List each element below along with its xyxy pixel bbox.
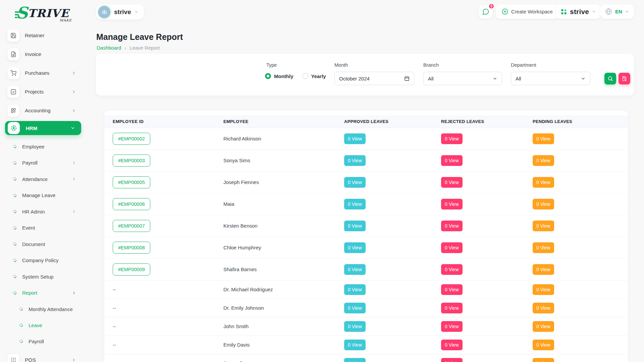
approved-leaves-view-button[interactable]: 0 View (344, 177, 366, 188)
bullet-icon (19, 307, 23, 311)
workspace-switcher[interactable]: strive (96, 4, 144, 19)
sidebar-item-event[interactable]: Event (0, 220, 87, 236)
rejected-leaves-view-button[interactable]: 0 View (441, 242, 463, 253)
sidebar-item-pos[interactable]: POS (0, 351, 87, 362)
column-header-approved-leaves: APPROVED LEAVES (336, 115, 433, 128)
rejected-leaves-view-button[interactable]: 0 View (441, 358, 463, 362)
approved-leaves-view-button[interactable]: 0 View (344, 199, 366, 209)
employee-id-cell[interactable]: #EMP00006 (113, 198, 150, 210)
employee-id-cell[interactable]: #EMP00002 (113, 133, 150, 145)
invoice-icon (7, 48, 19, 60)
approved-leaves-view-button[interactable]: 0 View (344, 155, 366, 166)
approved-leaves-view-button[interactable]: 0 View (344, 303, 366, 313)
sidebar-item-document[interactable]: Document (0, 236, 87, 252)
rejected-leaves-view-button[interactable]: 0 View (441, 303, 463, 313)
sidebar-item-attendance[interactable]: Attendance (0, 171, 87, 187)
sidebar-item-hrm[interactable]: HRM (5, 121, 81, 135)
rejected-leaves-view-button[interactable]: 0 View (441, 264, 463, 275)
sidebar-item-monthly-attendance[interactable]: Monthly Attendance (0, 301, 87, 317)
department-select[interactable]: All (511, 72, 590, 85)
submenu-label: Employee (22, 144, 45, 149)
rejected-leaves-view-button[interactable]: 0 View (441, 340, 463, 350)
sidebar-item-hr-admin[interactable]: HR Admin (0, 203, 87, 220)
approved-leaves-view-button[interactable]: 0 View (344, 358, 366, 362)
pending-leaves-view-button[interactable]: 0 View (533, 303, 554, 313)
rejected-leaves-view-button[interactable]: 0 View (441, 177, 463, 188)
monthly-radio[interactable] (265, 73, 271, 79)
sidebar-item-accounting[interactable]: Accounting (0, 101, 87, 120)
rejected-leaves-view-button[interactable]: 0 View (441, 155, 463, 166)
pending-leaves-view-button[interactable]: 0 View (533, 199, 554, 209)
approved-leaves-view-button[interactable]: 0 View (344, 340, 366, 350)
approved-leaves-view-button[interactable]: 0 View (344, 242, 366, 253)
submenu-label: Attendance (22, 176, 48, 182)
pending-leaves-view-button[interactable]: 0 View (533, 264, 554, 275)
monthly-radio-label[interactable]: Monthly (274, 73, 293, 79)
yearly-radio-label[interactable]: Yearly (311, 73, 326, 79)
pending-leaves-view-button[interactable]: 0 View (533, 242, 554, 253)
sidebar-item-projects[interactable]: Projects (0, 82, 87, 101)
bullet-icon (12, 291, 17, 295)
approved-leaves-view-button[interactable]: 0 View (344, 221, 366, 231)
breadcrumb-dashboard-link[interactable]: Dashboard (97, 45, 121, 51)
employee-id-cell[interactable]: #EMP00005 (113, 176, 150, 188)
sidebar-item-retainer[interactable]: Retainer (0, 26, 87, 45)
reset-filter-button[interactable] (619, 73, 630, 84)
employee-id-cell[interactable]: #EMP00009 (113, 263, 150, 276)
pending-leaves-view-button[interactable]: 0 View (533, 284, 554, 295)
sidebar-item-payroll[interactable]: Payroll (0, 155, 87, 171)
create-workspace-button[interactable]: Create Workspace (496, 4, 559, 19)
sidebar-item-invoice[interactable]: Invoice (0, 45, 87, 64)
table-row: #EMP00002 Richard Atkinson 0 View 0 View… (104, 128, 628, 149)
pending-leaves-view-button[interactable]: 0 View (533, 177, 554, 188)
rejected-leaves-view-button[interactable]: 0 View (441, 199, 463, 209)
sidebar-item-payroll-report[interactable]: Payroll (0, 333, 87, 349)
language-selector[interactable]: EN (600, 4, 634, 19)
rejected-leaves-view-button[interactable]: 0 View (441, 221, 463, 231)
sidebar-item-company-policy[interactable]: Company Policy (0, 252, 87, 269)
sidebar-item-report[interactable]: Report (0, 285, 87, 301)
employee-id-cell[interactable]: #EMP00007 (113, 220, 150, 232)
grid-plus-icon (7, 105, 19, 117)
chevron-down-icon (70, 126, 75, 130)
pending-leaves-view-button[interactable]: 0 View (533, 155, 554, 166)
brand-logo[interactable]: STRIVE MAKE (16, 6, 73, 22)
search-button[interactable] (604, 73, 616, 84)
approved-leaves-view-button[interactable]: 0 View (344, 284, 366, 295)
language-code: EN (615, 9, 622, 14)
month-input[interactable]: October 2024 (334, 72, 414, 85)
bullet-icon (12, 177, 17, 181)
branch-value: All (428, 76, 434, 81)
sidebar-item-leave[interactable]: Leave (0, 317, 87, 333)
sidebar-item-manage-leave[interactable]: Manage Leave (0, 187, 87, 204)
messages-button[interactable]: 0 (479, 5, 492, 18)
branch-select[interactable]: All (423, 72, 502, 85)
create-workspace-label: Create Workspace (511, 9, 553, 14)
employee-id-cell[interactable]: #EMP00008 (113, 242, 150, 254)
chevron-right-icon (72, 177, 76, 181)
rejected-leaves-view-button[interactable]: 0 View (441, 321, 463, 332)
approved-leaves-view-button[interactable]: 0 View (344, 321, 366, 332)
approved-leaves-view-button[interactable]: 0 View (344, 133, 366, 144)
pending-leaves-view-button[interactable]: 0 View (533, 358, 554, 362)
table-row: #EMP00003 Sonya Sims 0 View 0 View 0 Vie… (104, 149, 628, 171)
employee-id-cell[interactable]: #EMP00003 (113, 155, 150, 167)
dots-grid-icon (7, 354, 19, 362)
yearly-radio[interactable] (302, 73, 308, 79)
pending-leaves-view-button[interactable]: 0 View (533, 340, 554, 350)
organization-menu[interactable]: strive (556, 4, 601, 19)
sidebar-item-system-setup[interactable]: System Setup (0, 268, 87, 285)
sidebar-item-employee[interactable]: Employee (0, 138, 87, 155)
rejected-leaves-view-button[interactable]: 0 View (441, 133, 463, 144)
pending-leaves-view-button[interactable]: 0 View (533, 221, 554, 231)
page-title: Manage Leave Report (96, 32, 183, 42)
employee-name: Dr. Michael Rodriguez (223, 287, 273, 292)
approved-leaves-view-button[interactable]: 0 View (344, 264, 366, 275)
bullet-icon (12, 144, 17, 149)
logo-text: TRIVE (28, 7, 69, 19)
rejected-leaves-view-button[interactable]: 0 View (441, 284, 463, 295)
bullet-icon (12, 242, 17, 246)
pending-leaves-view-button[interactable]: 0 View (533, 133, 554, 144)
sidebar-item-purchases[interactable]: Purchases (0, 64, 87, 82)
pending-leaves-view-button[interactable]: 0 View (533, 321, 554, 332)
